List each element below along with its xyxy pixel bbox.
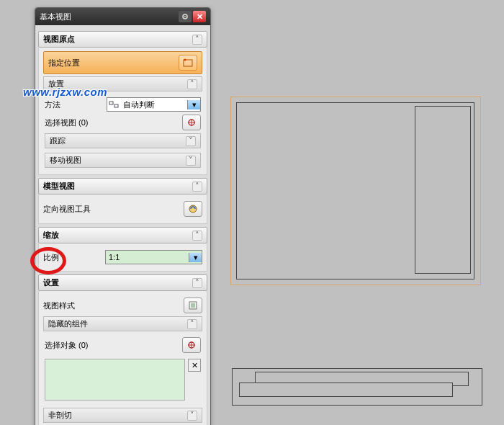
method-icon: [107, 99, 120, 109]
svg-rect-5: [114, 104, 118, 107]
track-header[interactable]: 跟踪 ˅: [45, 133, 201, 148]
chevron-down-icon[interactable]: ▾: [189, 253, 202, 262]
watermark-text: www.rjzxw.com: [23, 86, 107, 98]
view-style-button[interactable]: [184, 298, 202, 313]
section-settings[interactable]: 设置 ˄: [38, 274, 207, 291]
ratio-dropdown[interactable]: 1:1 ▾: [105, 250, 202, 264]
section-view-origin[interactable]: 视图原点 ˄: [38, 31, 207, 48]
ratio-label: 比例: [43, 252, 101, 263]
svg-rect-4: [109, 102, 113, 104]
view-style-label: 视图样式: [43, 300, 179, 311]
chevron-up-icon[interactable]: ˄: [192, 182, 202, 192]
orient-tool-button[interactable]: [184, 201, 202, 217]
hidden-components-header[interactable]: 隐藏的组件 ˄: [43, 316, 202, 331]
chevron-up-icon[interactable]: ˄: [192, 231, 202, 241]
method-label: 方法: [45, 99, 102, 110]
svg-rect-11: [191, 303, 195, 308]
chevron-down-icon[interactable]: ˅: [186, 156, 196, 166]
method-dropdown[interactable]: 自动判断 ▾: [107, 97, 201, 112]
non-section-header[interactable]: 非剖切 ˅: [43, 408, 202, 423]
basic-view-dialog: 基本视图 ✕ 视图原点 ˄ 指定位置 放置 ˄: [35, 7, 211, 425]
chevron-up-icon[interactable]: ˄: [187, 79, 197, 89]
view-preview-bar-b: [239, 382, 453, 397]
svg-point-3: [184, 59, 186, 61]
section-model-view[interactable]: 模型视图 ˄: [38, 178, 207, 194]
titlebar[interactable]: 基本视图 ✕: [35, 8, 210, 25]
section-scale[interactable]: 缩放 ˄: [38, 227, 207, 243]
select-view-button[interactable]: [182, 115, 201, 130]
specify-location-icon[interactable]: [179, 55, 197, 71]
selected-objects-list[interactable]: [45, 359, 185, 401]
orient-tool-label: 定向视图工具: [43, 204, 179, 215]
select-view-label: 选择视图 (0): [45, 117, 178, 128]
close-icon[interactable]: ✕: [193, 11, 206, 22]
select-object-label: 选择对象 (0): [45, 340, 178, 351]
chevron-down-icon[interactable]: ˅: [187, 411, 197, 421]
move-view-header[interactable]: 移动视图 ˅: [45, 153, 201, 168]
select-object-button[interactable]: [182, 337, 201, 353]
chevron-down-icon[interactable]: ˅: [186, 136, 196, 146]
gear-icon[interactable]: [179, 11, 192, 22]
chevron-up-icon[interactable]: ˄: [187, 319, 197, 329]
view-preview-rect-side: [415, 106, 471, 274]
chevron-up-icon[interactable]: ˄: [192, 278, 202, 288]
dialog-title: 基本视图: [40, 12, 177, 22]
specify-location-row[interactable]: 指定位置: [43, 51, 202, 74]
remove-object-button[interactable]: ✕: [188, 359, 201, 372]
svg-point-1: [184, 16, 186, 17]
chevron-down-icon[interactable]: ▾: [187, 100, 200, 109]
chevron-up-icon[interactable]: ˄: [192, 35, 202, 45]
